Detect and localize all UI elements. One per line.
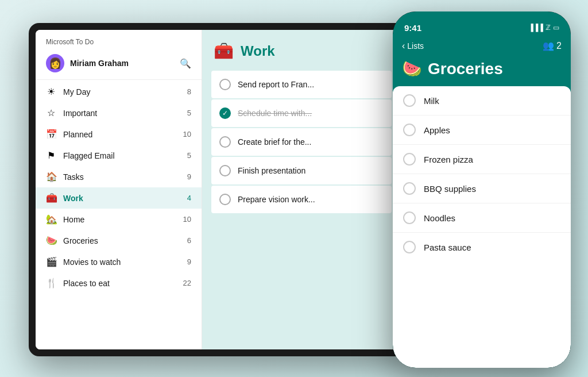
sidebar-icon-planned: 📅	[46, 129, 56, 140]
user-profile[interactable]: 👩 Miriam Graham 🔍	[36, 51, 202, 78]
sidebar-item-my-day[interactable]: ☀ My Day 8	[36, 81, 202, 102]
sidebar-count-planned: 10	[183, 130, 191, 139]
app-name: Microsoft To Do	[36, 30, 202, 51]
list-header: 🧰 Work	[202, 30, 401, 66]
back-arrow-icon: ‹	[402, 41, 405, 51]
grocery-list: Milk Apples Frozen pizza BBQ supplies No…	[393, 86, 571, 368]
task-label: Prepare vision work...	[238, 195, 384, 204]
sidebar-label-tasks: Tasks	[63, 172, 180, 182]
task-item[interactable]: Create brief for the...	[211, 128, 392, 156]
avatar: 👩	[46, 54, 64, 72]
sidebar-icon-movies: 🎬	[46, 256, 56, 267]
sidebar-item-movies[interactable]: 🎬 Movies to watch 9	[36, 251, 202, 272]
task-checkbox[interactable]: ✓	[219, 107, 231, 119]
signal-icon: ▐▐▐	[528, 24, 543, 32]
battery-icon: ▭	[553, 24, 559, 32]
sidebar-label-groceries: Groceries	[63, 236, 180, 245]
sidebar-label-work: Work	[63, 194, 180, 203]
sidebar-label-home: Home	[63, 215, 176, 224]
sidebar-item-important[interactable]: ☆ Important 5	[36, 102, 202, 124]
grocery-label: Pasta sauce	[424, 243, 471, 252]
sidebar-item-groceries[interactable]: 🍉 Groceries 6	[36, 230, 202, 251]
task-label: Create brief for the...	[238, 137, 384, 147]
divider	[36, 79, 202, 80]
people-icon-symbol: 👥	[543, 41, 554, 51]
task-checkbox[interactable]	[219, 194, 231, 205]
sidebar-icon-work: 🧰	[46, 193, 56, 203]
sidebar-label-places: Places to eat	[63, 279, 176, 288]
sidebar-label-movies: Movies to watch	[63, 257, 180, 267]
sidebar-icon-groceries: 🍉	[46, 235, 56, 246]
sidebar-icon-important: ☆	[46, 107, 56, 118]
sidebar: Microsoft To Do 👩 Miriam Graham 🔍 ☀ My D…	[36, 30, 202, 349]
tablet-device: Microsoft To Do 👩 Miriam Graham 🔍 ☀ My D…	[29, 23, 408, 356]
sidebar-item-flagged-email[interactable]: ⚑ Flagged Email 5	[36, 145, 202, 166]
grocery-label: Noodles	[424, 213, 455, 223]
sidebar-icon-tasks: 🏠	[46, 171, 56, 182]
sidebar-count-flagged-email: 5	[187, 151, 191, 160]
sidebar-item-places[interactable]: 🍴 Places to eat 22	[36, 272, 202, 294]
grocery-checkbox[interactable]	[403, 153, 416, 166]
sidebar-label-my-day: My Day	[63, 87, 180, 97]
grocery-item[interactable]: Apples	[393, 116, 571, 145]
grocery-emoji: 🍉	[402, 59, 422, 78]
task-item[interactable]: Send report to Fran...	[211, 71, 392, 98]
grocery-checkbox[interactable]	[403, 241, 416, 253]
task-label: Send report to Fran...	[238, 80, 384, 89]
sidebar-icon-my-day: ☀	[46, 86, 56, 97]
sidebar-label-planned: Planned	[63, 130, 176, 139]
grocery-checkbox[interactable]	[403, 211, 416, 224]
sidebar-label-flagged-email: Flagged Email	[63, 151, 180, 160]
task-checkbox[interactable]	[219, 165, 231, 176]
task-item[interactable]: Finish presentation	[211, 157, 392, 184]
sidebar-count-important: 5	[187, 109, 191, 117]
grocery-label: BBQ supplies	[424, 184, 476, 194]
phone-device: 9:41 ▐▐▐ ℤ ▭ ‹ Lists 👥 2 🍉 Groceries	[393, 11, 571, 368]
sidebar-icon-places: 🍴	[46, 278, 56, 288]
sidebar-item-tasks[interactable]: 🏠 Tasks 9	[36, 166, 202, 187]
sidebar-item-work[interactable]: 🧰 Work 4	[36, 187, 202, 209]
grocery-item[interactable]: BBQ supplies	[393, 174, 571, 203]
people-icon[interactable]: 👥 2	[543, 40, 562, 51]
phone-nav-bar: ‹ Lists 👥 2	[393, 37, 571, 56]
task-list: Send report to Fran... ✓ Schedule time w…	[202, 66, 401, 218]
work-list-icon: 🧰	[214, 41, 234, 60]
grocery-title: Groceries	[428, 60, 503, 78]
grocery-label: Milk	[424, 96, 439, 106]
sidebar-item-planned[interactable]: 📅 Planned 10	[36, 124, 202, 145]
grocery-checkbox[interactable]	[403, 124, 416, 136]
sidebar-count-home: 10	[183, 215, 191, 224]
sidebar-count-my-day: 8	[187, 87, 191, 96]
grocery-item[interactable]: Noodles	[393, 203, 571, 233]
grocery-label: Frozen pizza	[424, 155, 473, 164]
list-title: Work	[241, 43, 275, 59]
wifi-icon: ℤ	[546, 24, 551, 32]
task-label: Finish presentation	[238, 166, 384, 175]
grocery-checkbox[interactable]	[403, 94, 416, 107]
search-icon[interactable]: 🔍	[180, 58, 191, 69]
task-item[interactable]: Prepare vision work...	[211, 186, 392, 213]
task-checkbox[interactable]	[219, 136, 231, 148]
grocery-item[interactable]: Frozen pizza	[393, 145, 571, 174]
grocery-item[interactable]: Pasta sauce	[393, 233, 571, 261]
sidebar-icon-home: 🏡	[46, 214, 56, 225]
sidebar-label-important: Important	[63, 109, 180, 118]
back-label: Lists	[407, 41, 424, 51]
status-bar: 9:41 ▐▐▐ ℤ ▭	[393, 11, 571, 37]
people-count: 2	[556, 41, 562, 51]
grocery-item[interactable]: Milk	[393, 86, 571, 116]
task-label: Schedule time with...	[238, 109, 384, 118]
sidebar-count-movies: 9	[187, 257, 191, 266]
back-button[interactable]: ‹ Lists	[402, 41, 424, 51]
sidebar-count-work: 4	[187, 194, 191, 202]
task-checkbox[interactable]	[219, 79, 231, 90]
sidebar-count-places: 22	[183, 279, 191, 287]
grocery-header: 🍉 Groceries	[393, 56, 571, 86]
user-name: Miriam Graham	[70, 59, 174, 68]
sidebar-count-tasks: 9	[187, 172, 191, 181]
grocery-checkbox[interactable]	[403, 182, 416, 195]
sidebar-count-groceries: 6	[187, 236, 191, 245]
task-item[interactable]: ✓ Schedule time with...	[211, 99, 392, 127]
sidebar-item-home[interactable]: 🏡 Home 10	[36, 209, 202, 230]
grocery-label: Apples	[424, 125, 450, 135]
